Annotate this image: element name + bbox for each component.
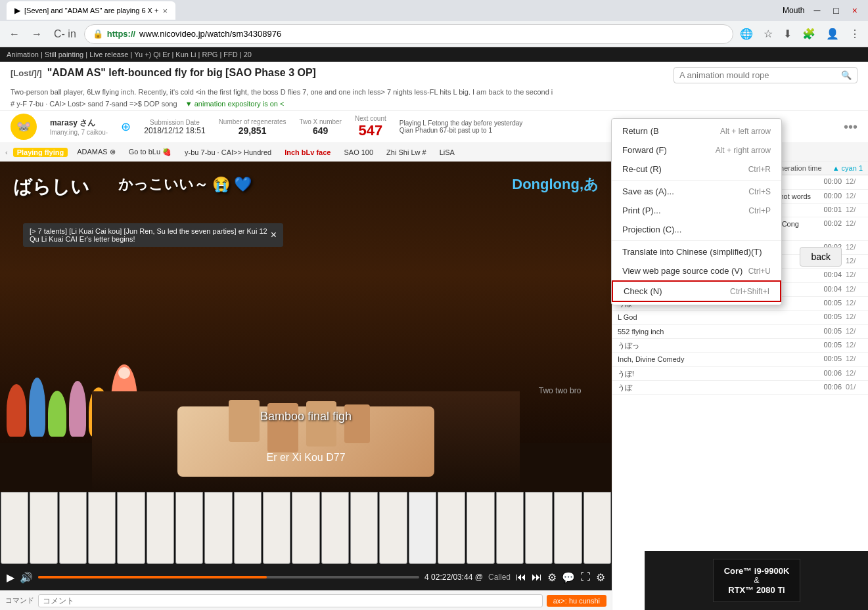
comment-time: 00:04	[817, 285, 842, 293]
two-x-item: Two X number 649	[299, 118, 341, 136]
plus-icon[interactable]: ⊕	[121, 120, 131, 134]
site-header: Animation | Still painting | Live releas…	[0, 47, 868, 62]
account-icon-button[interactable]: 👤	[823, 25, 842, 43]
comment-input-row: コマンド ax>: hu cunshi	[0, 590, 612, 610]
volume-button[interactable]: 🔊	[20, 571, 33, 584]
settings-circle-button[interactable]: ⚙	[547, 571, 557, 584]
comment-time: 00:05	[817, 313, 842, 320]
context-recut-label: Re-cut (R)	[622, 164, 662, 174]
context-print[interactable]: Print (P)... Ctrl+P	[612, 201, 781, 220]
comment-time: 00:06	[817, 383, 842, 391]
video-player[interactable]: ばらしい かっこいい～ 😭 💙 Donglong,あ Bamboo final …	[0, 162, 612, 564]
search-input[interactable]	[679, 70, 841, 80]
comment-time: 00:00	[817, 192, 842, 200]
animation-tag[interactable]: ▼ animation expository is on <	[185, 100, 285, 108]
tags-scroll-left-icon[interactable]: ‹	[5, 148, 8, 156]
piano-keys-container	[0, 492, 612, 564]
extension-icon-button[interactable]: 🧩	[800, 25, 818, 43]
back-nav-button[interactable]: ←	[5, 26, 24, 43]
minimize-button[interactable]: ─	[810, 4, 824, 17]
banner-line1: Core™ i9-9900K	[724, 566, 790, 576]
video-title-left: [Lost/]/] "ADAM AS" left-bounced fly for…	[11, 67, 316, 79]
context-translate[interactable]: Translate into Chinese (simplified)(T)	[612, 242, 781, 261]
search-box[interactable]: 🔍	[674, 67, 857, 83]
tag-go-to-blu[interactable]: Go to bLu 🍓	[125, 147, 175, 157]
list-item: 552 flying inch 00:05 12/	[612, 325, 868, 339]
context-view-source[interactable]: View web page source code (V) Ctrl+U	[612, 261, 781, 280]
maximize-button[interactable]: □	[829, 4, 842, 17]
context-return[interactable]: Return (B Alt + left arrow	[612, 121, 781, 141]
tag-inch-blv[interactable]: Inch bLv face	[281, 148, 334, 157]
context-check-shortcut: Ctrl+Shift+I	[730, 287, 769, 296]
menu-icon-button[interactable]: ⋮	[847, 25, 863, 43]
browser-tab[interactable]: ▶ [Seven] and "ADAM AS" are playing 6 X …	[7, 1, 175, 20]
username[interactable]: marasy さん	[50, 118, 108, 129]
progress-bar[interactable]	[38, 576, 419, 578]
regenerates-item: Number of regenerates 29,851	[219, 118, 286, 136]
comment-date: 12/	[846, 219, 863, 227]
comment-date: 12/	[846, 192, 863, 200]
context-print-shortcut: Ctrl+P	[748, 206, 771, 215]
tab-close-icon[interactable]: ×	[162, 6, 168, 16]
back-button[interactable]: back	[800, 247, 842, 267]
banner-line3: RTX™ 2080 Ti	[724, 585, 790, 595]
context-translate-label: Translate into Chinese (simplified)(T)	[622, 247, 762, 257]
comment-label: コマンド	[5, 596, 34, 605]
window-title: Mouth	[783, 6, 804, 15]
comment-time: 00:04	[817, 271, 842, 278]
tag-lisa[interactable]: LiSA	[436, 148, 459, 157]
fullscreen-button[interactable]: ⛶	[580, 571, 591, 583]
bookmark-icon-button[interactable]: ☆	[761, 25, 775, 43]
breadcrumb: [Lost/]/]	[11, 68, 42, 78]
tag-zhi-shi[interactable]: Zhi Shi Lw #	[382, 148, 430, 157]
context-recut-shortcut: Ctrl+R	[748, 165, 771, 174]
figurine-1	[7, 384, 26, 437]
figurine-4	[69, 381, 86, 437]
close-button[interactable]: ×	[848, 4, 861, 17]
prev-button[interactable]: ⏮	[516, 571, 526, 583]
list-item: うぼ 00:06 01/	[612, 381, 868, 395]
context-check[interactable]: Check (N) Ctrl+Shift+I	[612, 280, 781, 302]
comment-date: 12/	[846, 285, 863, 293]
context-recut[interactable]: Re-cut (R) Ctrl+R	[612, 160, 781, 179]
progress-fill	[38, 576, 267, 578]
comment-field[interactable]	[38, 594, 543, 607]
forward-nav-button[interactable]: →	[28, 26, 46, 43]
dialog-close-button[interactable]: ×	[271, 229, 277, 241]
search-icon[interactable]: 🔍	[841, 70, 852, 80]
play-button[interactable]: ▶	[7, 571, 14, 584]
address-bar[interactable]: 🔒 https:// www.nicovideo.jp/watch/sm3430…	[84, 24, 733, 44]
download-icon-button[interactable]: ⬇	[781, 25, 794, 43]
hands-area	[92, 391, 520, 492]
context-divider-2	[612, 240, 781, 241]
browser-titlebar: ▶ [Seven] and "ADAM AS" are playing 6 X …	[0, 0, 868, 21]
overlay-text-left: ばらしい	[13, 175, 89, 200]
banner-inner: Core™ i9-9900K & RTX™ 2080 Ti	[645, 551, 868, 610]
tag-playing-flying[interactable]: Playing flying	[13, 148, 68, 157]
context-return-label: Return (B	[622, 126, 659, 136]
piano-scene: ばらしい かっこいい～ 😭 💙 Donglong,あ Bamboo final …	[0, 162, 612, 564]
next-button[interactable]: ⏭	[532, 571, 542, 583]
submission-date-item: Submission Date 2018/12/12 18:51	[144, 119, 205, 135]
comment-text: Inch, Divine Comedy	[618, 355, 813, 364]
tag-sao[interactable]: SAO 100	[340, 148, 377, 157]
context-projection[interactable]: Projection (C)...	[612, 220, 781, 239]
avatar: 🐭	[11, 114, 37, 140]
more-options[interactable]: •••	[844, 120, 857, 135]
translate-icon-button[interactable]: 🌐	[737, 25, 756, 43]
settings-button[interactable]: ⚙	[596, 571, 605, 584]
user-sub: lmany.ing, 7 caikou-	[50, 129, 108, 136]
list-item: うぼ! 00:06 12/	[612, 367, 868, 381]
context-save-as[interactable]: Save as (A)... Ctrl+S	[612, 182, 781, 201]
user-info: marasy さん lmany.ing, 7 caikou-	[50, 118, 108, 136]
context-forward[interactable]: Forward (F) Alt + right arrow	[612, 141, 781, 160]
comment-text: L God	[618, 313, 813, 322]
refresh-nav-button[interactable]: C- in	[50, 26, 80, 43]
comment-time: 00:00	[817, 177, 842, 185]
context-print-label: Print (P)...	[622, 206, 661, 215]
browser-toolbar: ← → C- in 🔒 https:// www.nicovideo.jp/wa…	[0, 21, 868, 47]
comment-send-button[interactable]: ax>: hu cunshi	[547, 595, 606, 607]
tag-y-bu[interactable]: y-bu 7-bu · CAI>> Hundred	[181, 148, 275, 157]
tag-adamas[interactable]: ADAMAS ⊗	[73, 147, 120, 157]
comment-button[interactable]: 💬	[562, 571, 575, 584]
